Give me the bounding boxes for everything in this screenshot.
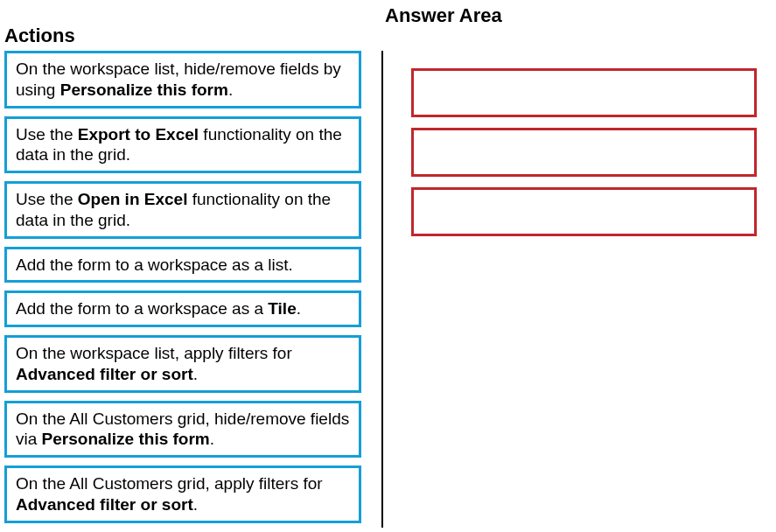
action-text-pre: Add the form to a workspace as a list. bbox=[16, 256, 293, 274]
answer-area-title: Answer Area bbox=[385, 4, 502, 27]
actions-title: Actions bbox=[4, 24, 75, 47]
action-text-pre: Add the form to a workspace as a bbox=[16, 299, 268, 318]
actions-column: On the workspace list, hide/remove field… bbox=[4, 51, 361, 531]
action-text-bold: Personalize this form bbox=[42, 430, 210, 448]
answer-slot[interactable] bbox=[411, 68, 757, 117]
action-text-bold: Advanced filter or sort bbox=[16, 365, 193, 383]
action-text-bold: Open in Excel bbox=[78, 190, 188, 208]
answer-slot[interactable] bbox=[411, 187, 757, 236]
action-text-bold: Export to Excel bbox=[78, 125, 199, 144]
action-text-bold: Personalize this form bbox=[60, 80, 228, 99]
action-text-post: . bbox=[193, 495, 198, 514]
action-text-post: . bbox=[193, 365, 198, 383]
action-item[interactable]: On the All Customers grid, hide/remove f… bbox=[4, 401, 361, 458]
action-item[interactable]: On the workspace list, hide/remove field… bbox=[4, 51, 361, 108]
answer-slot[interactable] bbox=[411, 128, 757, 177]
action-text-pre: Use the bbox=[16, 190, 78, 208]
action-item[interactable]: Use the Open in Excel functionality on t… bbox=[4, 181, 361, 239]
action-item[interactable]: Add the form to a workspace as a list. bbox=[4, 247, 361, 284]
action-item[interactable]: On the workspace list, apply filters for… bbox=[4, 335, 361, 393]
action-item[interactable]: On the All Customers grid, apply filters… bbox=[4, 466, 361, 523]
action-text-post: . bbox=[297, 299, 301, 318]
action-text-bold: Advanced filter or sort bbox=[16, 495, 193, 514]
action-item[interactable]: Use the Export to Excel functionality on… bbox=[4, 116, 361, 174]
column-divider bbox=[381, 51, 383, 528]
action-text-pre: On the All Customers grid, apply filters… bbox=[16, 474, 323, 493]
action-item[interactable]: Add the form to a workspace as a Tile. bbox=[4, 290, 361, 327]
action-text-pre: On the workspace list, apply filters for bbox=[16, 344, 292, 362]
action-text-post: . bbox=[228, 80, 233, 99]
answer-column bbox=[411, 68, 757, 247]
action-text-bold: Tile bbox=[268, 299, 296, 318]
action-text-post: . bbox=[210, 430, 214, 448]
action-text-pre: Use the bbox=[16, 125, 78, 144]
